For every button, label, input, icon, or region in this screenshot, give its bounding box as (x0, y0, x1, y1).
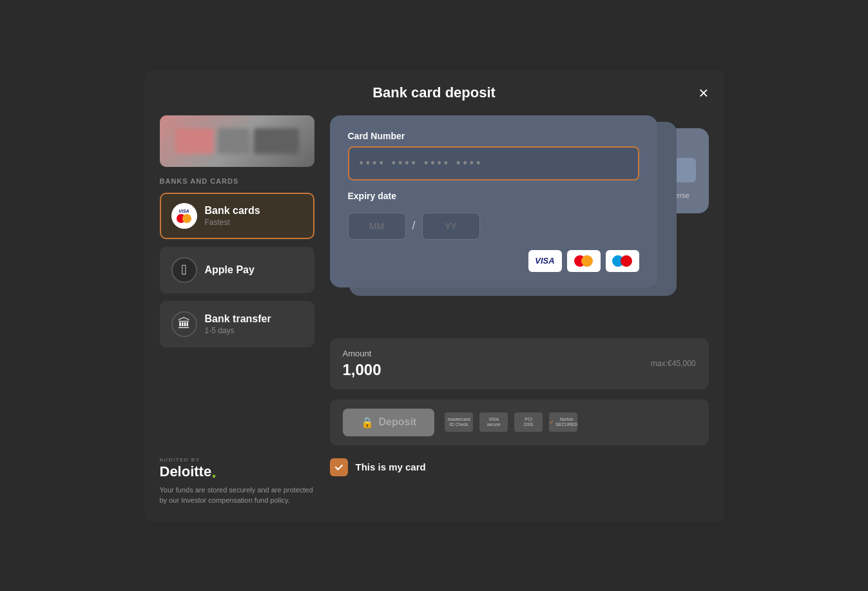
visa-badge-text: VISA (535, 256, 554, 266)
security-badge-norton: ✓ NortonSECURED (549, 412, 577, 432)
security-badges: mastercardID Check VISAsecure PCIDSS ✓ N… (445, 412, 577, 432)
apple-pay-icon:  (171, 257, 197, 283)
amount-value: 1,000 (343, 361, 381, 379)
mc-badge-yellow (581, 255, 593, 267)
blur-block-1 (175, 128, 214, 154)
expiry-label: Expiry date (348, 191, 639, 201)
bank-cards-info: Bank cards Fastest (205, 205, 260, 227)
maestro-circles (612, 255, 632, 267)
amount-max: max:€45,000 (651, 359, 695, 368)
bank-transfer-icon: 🏛 (171, 311, 197, 337)
bank-cards-sub: Fastest (205, 218, 260, 227)
payment-method-bank-cards[interactable]: VISA Bank cards Fastest (160, 193, 314, 239)
my-card-checkbox[interactable] (330, 458, 348, 476)
checkmark-icon (334, 462, 344, 472)
payment-method-apple-pay[interactable]:  Apple Pay (160, 247, 314, 293)
expiry-row: / (348, 213, 639, 240)
deloitte-dot: . (211, 463, 217, 481)
mastercard-circles (177, 214, 191, 223)
visa-badge: VISA (528, 250, 562, 272)
bank-transfer-sub: 1-5 days (205, 326, 271, 335)
maestro-red (621, 255, 632, 267)
modal-header: Bank card deposit × (144, 70, 724, 115)
audited-label: AUDITED BY (160, 457, 314, 463)
apple-pay-info: Apple Pay (205, 264, 255, 276)
deloitte-description: Your funds are stored securely and are p… (160, 485, 314, 506)
visa-text: VISA (178, 209, 189, 213)
deposit-area: 🔒 Deposit mastercardID Check VISAsecure … (330, 400, 709, 445)
mastercard-badge (567, 250, 601, 272)
apple-logo:  (181, 262, 186, 278)
card-icons-row: VISA (348, 250, 639, 272)
deloitte-text: Deloitte (160, 463, 212, 480)
bank-transfer-info: Bank transfer 1-5 days (205, 313, 271, 335)
card-form-area: CVV The last 3 digits on the reverse Car… (330, 115, 709, 328)
amount-left: Amount 1,000 (343, 349, 381, 379)
security-badge-mc: mastercardID Check (445, 412, 473, 432)
payment-method-bank-transfer[interactable]: 🏛 Bank transfer 1-5 days (160, 301, 314, 347)
mc-badge-circles (574, 255, 593, 267)
security-badge-pci: PCIDSS (514, 412, 543, 432)
apple-pay-name: Apple Pay (205, 264, 255, 276)
security-badge-visa: VISAsecure (479, 412, 508, 432)
my-card-label: This is my card (356, 461, 426, 472)
bank-transfer-name: Bank transfer (205, 313, 271, 325)
card-front: Card Number Expiry date / VISA (330, 115, 657, 287)
expiry-slash: / (412, 219, 416, 233)
modal-body: BANKS AND CARDS VISA Bank cards Fastest (144, 115, 724, 521)
modal-container: Bank card deposit × BANKS AND CARDS VISA (144, 70, 724, 521)
norton-check-icon: ✓ (549, 418, 554, 426)
maestro-badge (606, 250, 639, 272)
visa-mc-icon: VISA (171, 203, 197, 229)
bank-cards-name: Bank cards (205, 205, 260, 217)
left-panel: BANKS AND CARDS VISA Bank cards Fastest (160, 115, 314, 506)
expiry-yy-input[interactable] (422, 213, 480, 240)
card-number-input[interactable] (348, 146, 639, 180)
user-avatar-area (160, 115, 314, 167)
close-button[interactable]: × (699, 84, 708, 101)
mc-yellow-circle (182, 214, 191, 223)
deloitte-section: AUDITED BY Deloitte. Your funds are stor… (160, 447, 314, 506)
bank-building-icon: 🏛 (178, 316, 191, 331)
checkbox-row: This is my card (330, 456, 709, 479)
expiry-mm-input[interactable] (348, 213, 406, 240)
amount-box: Amount 1,000 max:€45,000 (330, 338, 709, 389)
modal-title: Bank card deposit (372, 84, 496, 101)
blur-block-2 (218, 128, 250, 154)
right-panel: CVV The last 3 digits on the reverse Car… (330, 115, 709, 506)
amount-label: Amount (343, 349, 381, 358)
deloitte-logo: Deloitte. (160, 463, 314, 481)
blur-decorations (169, 122, 305, 160)
card-number-label: Card Number (348, 131, 639, 141)
blur-block-3 (254, 128, 299, 154)
lock-icon: 🔒 (361, 416, 374, 429)
section-label: BANKS AND CARDS (160, 177, 314, 185)
deposit-button[interactable]: 🔒 Deposit (343, 409, 435, 436)
deposit-btn-label: Deposit (379, 416, 417, 428)
